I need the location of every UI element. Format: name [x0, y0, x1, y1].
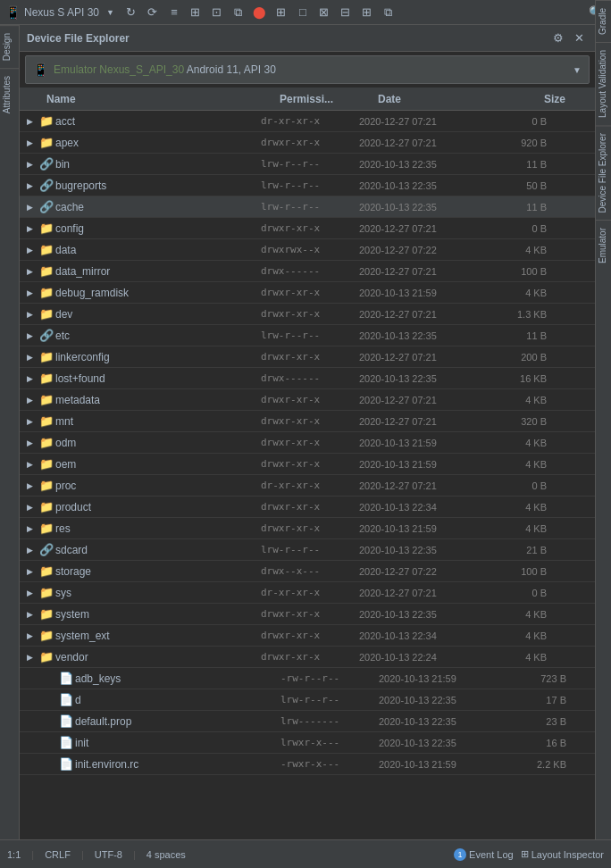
table-row[interactable]: ▶ 📁 product drwxr-xr-x 2020-10-13 22:34 …	[20, 497, 595, 518]
row-toggle[interactable]: ▶	[27, 310, 39, 319]
table-row[interactable]: ▶ 📁 mnt drwxr-xr-x 2020-12-27 07:21 320 …	[20, 411, 595, 432]
toolbar-icon-10[interactable]: ⊠	[314, 3, 334, 22]
row-toggle[interactable]: ▶	[27, 160, 39, 169]
row-toggle[interactable]: ▶	[27, 460, 39, 469]
row-icon: 📁	[39, 436, 55, 449]
row-toggle[interactable]: ▶	[27, 588, 39, 597]
toolbar-icon-9[interactable]: □	[293, 3, 313, 22]
table-row[interactable]: ▶ 🔗 etc lrw-r--r-- 2020-10-13 22:35 11 B	[20, 325, 595, 346]
table-row[interactable]: ▶ 📁 data_mirror drwx------ 2020-12-27 07…	[20, 261, 595, 282]
table-row[interactable]: ▶ 📁 oem drwxr-xr-x 2020-10-13 21:59 4 KB	[20, 454, 595, 475]
row-toggle[interactable]: ▶	[27, 331, 39, 340]
settings-icon[interactable]: ⚙	[549, 29, 567, 46]
table-row[interactable]: ▶ 📁 lost+found drwx------ 2020-10-13 22:…	[20, 368, 595, 389]
toolbar-icon-3[interactable]: ≡	[164, 3, 184, 22]
row-date: 2020-12-27 07:21	[359, 395, 493, 405]
row-toggle[interactable]: ▶	[27, 288, 39, 297]
row-toggle[interactable]: ▶	[27, 138, 39, 147]
record-icon[interactable]: ⬤	[250, 3, 270, 22]
table-row[interactable]: ▶ 📁 data drwxrwx--x 2020-12-27 07:22 4 K…	[20, 239, 595, 261]
row-size: 4 KB	[493, 438, 547, 448]
sidebar-item-design[interactable]: Design	[0, 25, 19, 68]
row-date: 2020-12-27 07:21	[359, 352, 493, 363]
toolbar-icon-8[interactable]: ⊞	[272, 3, 291, 22]
row-size: 4 KB	[493, 288, 547, 298]
table-row[interactable]: ▶ 📁 vendor drwxr-xr-x 2020-10-13 22:24 4…	[20, 647, 595, 668]
row-date: 2020-10-13 21:59	[379, 759, 513, 770]
row-toggle[interactable]: ▶	[27, 567, 39, 576]
row-toggle[interactable]: ▶	[27, 374, 39, 383]
layout-inspector-label: Layout Inspector	[531, 849, 604, 860]
toolbar-icon-5[interactable]: ⊡	[207, 3, 227, 22]
toolbar-icon-4[interactable]: ⊞	[186, 3, 205, 22]
header-size: Size	[512, 93, 565, 105]
row-toggle[interactable]: ▶	[27, 267, 39, 276]
table-row[interactable]: 📄 adb_keys -rw-r--r-- 2020-10-13 21:59 7…	[20, 668, 595, 689]
table-row[interactable]: ▶ 🔗 bin lrw-r--r-- 2020-10-13 22:35 11 B	[20, 154, 595, 175]
table-row[interactable]: ▶ 📁 system_ext drwxr-xr-x 2020-10-13 22:…	[20, 625, 595, 647]
table-row[interactable]: ▶ 📁 proc dr-xr-xr-x 2020-12-27 07:21 0 B	[20, 475, 595, 497]
toolbar-icon-13[interactable]: ⧉	[379, 3, 398, 22]
row-icon: 📁	[39, 114, 55, 128]
row-name: system	[55, 608, 261, 621]
table-row[interactable]: ▶ 📁 dev drwxr-xr-x 2020-12-27 07:21 1.3 …	[20, 304, 595, 325]
row-perms: drwx--x---	[261, 565, 359, 577]
row-toggle[interactable]: ▶	[27, 353, 39, 362]
toolbar-icon-12[interactable]: ⊞	[357, 3, 377, 22]
table-row[interactable]: ▶ 📁 sys dr-xr-xr-x 2020-12-27 07:21 0 B	[20, 582, 595, 604]
table-row[interactable]: ▶ 🔗 bugreports lrw-r--r-- 2020-10-13 22:…	[20, 175, 595, 196]
table-row[interactable]: 📄 d lrw-r--r-- 2020-10-13 22:35 17 B	[20, 689, 595, 711]
row-toggle[interactable]: ▶	[27, 117, 39, 126]
status-indent[interactable]: 4 spaces	[146, 849, 186, 860]
table-row[interactable]: ▶ 📁 linkerconfig drwxr-xr-x 2020-12-27 0…	[20, 346, 595, 368]
toolbar-icon-11[interactable]: ⊟	[336, 3, 356, 22]
row-icon: 📁	[39, 650, 55, 664]
right-tab-device-file-explorer[interactable]: Device File Explorer	[596, 125, 611, 220]
table-row[interactable]: ▶ 📁 apex drwxr-xr-x 2020-12-27 07:21 920…	[20, 132, 595, 154]
table-row[interactable]: 📄 default.prop lrw------- 2020-10-13 22:…	[20, 711, 595, 732]
row-toggle[interactable]: ▶	[27, 396, 39, 405]
status-line-endings[interactable]: CRLF	[45, 849, 71, 860]
device-selector-dropdown[interactable]: 📱 Emulator Nexus_S_API_30 Android 11, AP…	[25, 55, 590, 84]
table-row[interactable]: ▶ 🔗 sdcard lrw-r--r-- 2020-10-13 22:35 2…	[20, 539, 595, 561]
right-tab-layout-validation[interactable]: Layout Validation	[596, 42, 611, 125]
layout-inspector-button[interactable]: ⊞ Layout Inspector	[521, 848, 604, 860]
close-panel-icon[interactable]: ✕	[571, 29, 588, 46]
refresh-icon[interactable]: ↻	[121, 3, 141, 22]
table-row[interactable]: ▶ 📁 config drwxr-xr-x 2020-12-27 07:21 0…	[20, 218, 595, 239]
row-toggle[interactable]: ▶	[27, 653, 39, 662]
table-row[interactable]: ▶ 📁 debug_ramdisk drwxr-xr-x 2020-10-13 …	[20, 282, 595, 304]
table-row[interactable]: ▶ 📁 system drwxr-xr-x 2020-10-13 22:35 4…	[20, 604, 595, 625]
table-row[interactable]: ▶ 📁 acct dr-xr-xr-x 2020-12-27 07:21 0 B	[20, 111, 595, 132]
right-tab-gradle[interactable]: Gradle	[596, 0, 611, 42]
table-row[interactable]: ▶ 📁 res drwxr-xr-x 2020-10-13 21:59 4 KB	[20, 518, 595, 539]
row-toggle[interactable]: ▶	[27, 417, 39, 426]
right-tab-emulator[interactable]: Emulator	[596, 220, 611, 271]
status-encoding[interactable]: UTF-8	[95, 849, 122, 860]
table-row[interactable]: ▶ 📁 odm drwxr-xr-x 2020-10-13 21:59 4 KB	[20, 432, 595, 454]
row-toggle[interactable]: ▶	[27, 224, 39, 233]
row-name: sys	[55, 587, 261, 599]
table-row[interactable]: ▶ 📁 metadata drwxr-xr-x 2020-12-27 07:21…	[20, 389, 595, 411]
row-toggle[interactable]: ▶	[27, 481, 39, 490]
table-row[interactable]: ▶ 🔗 cache lrw-r--r-- 2020-10-13 22:35 11…	[20, 196, 595, 218]
row-toggle[interactable]: ▶	[27, 610, 39, 619]
table-row[interactable]: 📄 init.environ.rc -rwxr-x--- 2020-10-13 …	[20, 754, 595, 775]
row-toggle[interactable]: ▶	[27, 503, 39, 512]
row-toggle[interactable]: ▶	[27, 631, 39, 640]
row-toggle[interactable]: ▶	[27, 181, 39, 190]
event-log-button[interactable]: 1 Event Log	[454, 848, 514, 861]
row-toggle[interactable]: ▶	[27, 546, 39, 555]
sidebar-item-attributes[interactable]: Attributes	[0, 68, 19, 121]
row-perms: drwxr-xr-x	[261, 351, 359, 363]
table-row[interactable]: 📄 init lrwxr-x--- 2020-10-13 22:35 16 B	[20, 732, 595, 754]
row-toggle[interactable]: ▶	[27, 246, 39, 255]
table-row[interactable]: ▶ 📁 storage drwx--x--- 2020-12-27 07:22 …	[20, 561, 595, 582]
row-size: 200 B	[493, 352, 547, 363]
row-toggle[interactable]: ▶	[27, 438, 39, 447]
row-name: data_mirror	[55, 265, 261, 278]
row-toggle[interactable]: ▶	[27, 203, 39, 212]
sync-icon[interactable]: ⟳	[143, 3, 163, 22]
toolbar-icon-6[interactable]: ⧉	[229, 3, 248, 22]
row-toggle[interactable]: ▶	[27, 524, 39, 533]
